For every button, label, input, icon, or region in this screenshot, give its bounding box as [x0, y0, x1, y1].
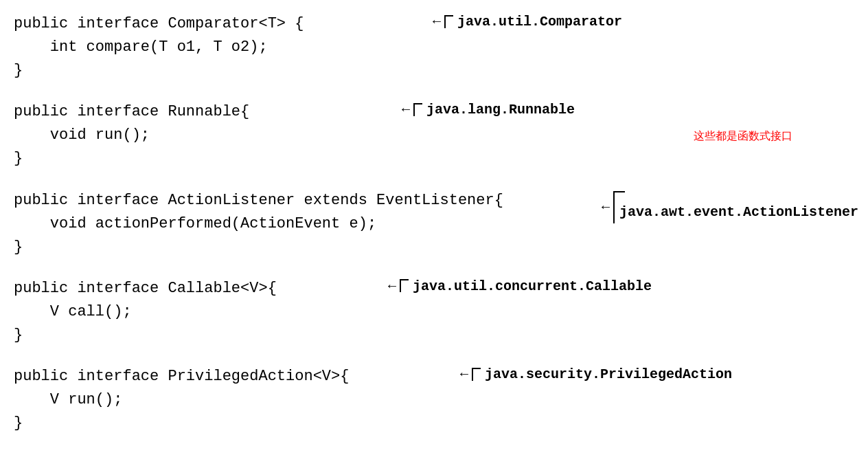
comparator-label: java.util.Comparator	[457, 14, 622, 30]
runnable-label: java.lang.Runnable	[426, 102, 575, 118]
functional-note-text: 这些都是函数式接口	[694, 130, 792, 142]
bracket-icon	[442, 14, 455, 30]
privilegedaction-label: java.security.PrivilegedAction	[485, 366, 732, 382]
privilegedaction-annotation: ← java.security.PrivilegedAction	[460, 366, 732, 382]
arrow-left-icon-3: ←	[602, 199, 610, 215]
actionlistener-block: public interface ActionListener extends …	[0, 184, 868, 259]
callable-label: java.util.concurrent.Callable	[413, 278, 652, 294]
bracket-icon-4	[398, 278, 410, 294]
arrow-left-icon: ←	[433, 14, 441, 30]
bracket-icon-2	[411, 102, 424, 118]
arrow-left-icon-4: ←	[388, 278, 396, 294]
runnable-block: public interface Runnable{ void run(); }…	[0, 95, 868, 170]
arrow-left-icon-2: ←	[402, 102, 410, 118]
actionlistener-annotation: ← java.awt.event.ActionListener	[602, 190, 858, 220]
callable-block: public interface Callable<V>{ V call(); …	[0, 272, 868, 347]
callable-annotation: ← java.util.concurrent.Callable	[388, 278, 652, 294]
comparator-annotation: ← java.util.Comparator	[433, 14, 622, 30]
comparator-block: public interface Comparator<T> { int com…	[0, 7, 868, 82]
actionlistener-label: java.awt.event.ActionListener	[619, 204, 858, 220]
functional-note: 这些都是函数式接口	[694, 129, 792, 144]
privilegedaction-code: public interface PrivilegedAction<V>{ V …	[0, 365, 868, 435]
runnable-annotation: ← java.lang.Runnable	[402, 102, 575, 118]
arrow-left-icon-5: ←	[460, 366, 468, 382]
privilegedaction-block: public interface PrivilegedAction<V>{ V …	[0, 360, 868, 435]
bracket-icon-5	[470, 367, 482, 382]
page-container: public interface Comparator<T> { int com…	[0, 0, 868, 475]
